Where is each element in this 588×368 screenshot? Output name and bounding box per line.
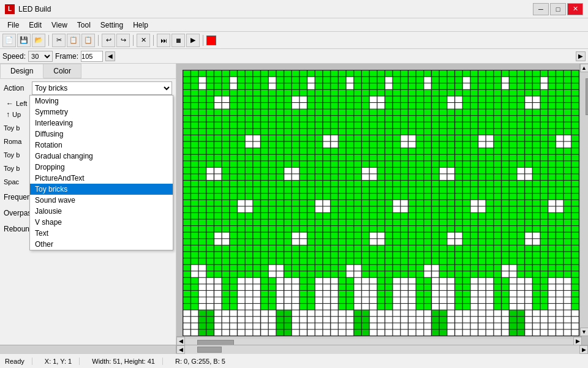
stop-button[interactable]: ⏹: [172, 34, 185, 47]
separator-1: [48, 35, 49, 46]
separator-5: [203, 35, 203, 46]
up-label: Up: [12, 111, 21, 118]
status-bar: Ready X: 1, Y: 1 Width: 51, Height: 41 R…: [0, 353, 588, 368]
led-canvas[interactable]: [183, 70, 579, 336]
delete-button[interactable]: ✕: [137, 34, 150, 47]
dropdown-item-vshape[interactable]: V shape: [30, 217, 173, 228]
separator-3: [133, 35, 134, 46]
paste-button[interactable]: 📋: [81, 34, 95, 47]
bottom-scroll-area: ◀ ▶: [0, 345, 588, 353]
dropdown-item-toybricks[interactable]: Toy bricks: [30, 184, 173, 195]
dropdown-item-moving[interactable]: Moving: [30, 96, 173, 107]
maximize-button[interactable]: □: [550, 3, 566, 15]
separator-2: [98, 35, 99, 46]
dropdown-overlay: Moving Symmetry Interleaving Diffusing R…: [29, 95, 173, 250]
menu-file[interactable]: File: [2, 20, 24, 31]
left-label: Left: [16, 100, 27, 107]
status-coords: X: 1, Y: 1: [45, 358, 80, 365]
bottom-scroll-track[interactable]: [185, 345, 579, 354]
bottom-scroll-thumb[interactable]: [197, 347, 222, 353]
open-button[interactable]: 📂: [32, 34, 45, 47]
dropdown-item-jalousie[interactable]: Jalousie: [30, 206, 173, 217]
bottom-right-scroll: ◀ ▶: [176, 345, 588, 353]
menu-bar: File Edit View Tool Setting Help: [0, 18, 588, 32]
toolbar: 📄 💾 📂 ✂ 📋 📋 ↩ ↪ ✕ ⏭ ⏹ ▶: [0, 32, 588, 49]
canvas-area: ▲ ▼ ◀ ▶: [176, 64, 588, 345]
bottom-scroll-right-btn[interactable]: ▶: [579, 345, 588, 354]
scroll-left-button[interactable]: ◀: [176, 337, 185, 345]
status-ready: Ready: [5, 358, 32, 365]
dropdown-item-interleaving[interactable]: Interleaving: [30, 118, 173, 129]
frame-label: Frame:: [55, 52, 78, 61]
close-button[interactable]: ✕: [567, 3, 583, 15]
action-row: Action Toy bricks Moving Symmetry Interl…: [0, 79, 176, 97]
dropdown-item-symmetry[interactable]: Symmetry: [30, 107, 173, 118]
separator-4: [153, 35, 154, 46]
prev-frame-button[interactable]: ◀: [105, 51, 115, 61]
redo-button[interactable]: ↪: [116, 34, 130, 47]
speed-bar: Speed: 30 Frame: ◀ ▶: [0, 49, 588, 64]
action-select[interactable]: Toy bricks: [32, 81, 172, 95]
speed-label: Speed:: [2, 52, 26, 61]
vertical-scrollbar[interactable]: ▲ ▼: [579, 64, 588, 336]
speed-select[interactable]: 30: [28, 51, 53, 62]
app-icon: L: [5, 4, 15, 14]
tabs: Design Color: [0, 64, 176, 79]
save-button[interactable]: 💾: [17, 34, 31, 47]
dropdown-item-gradual[interactable]: Gradual changing: [30, 151, 173, 162]
led-display: [183, 70, 579, 336]
dropdown-item-other[interactable]: Other: [30, 239, 173, 250]
window-controls: ─ □ ✕: [533, 3, 583, 15]
cut-button[interactable]: ✂: [52, 34, 66, 47]
h-scroll-track[interactable]: [185, 339, 573, 345]
scroll-up-button[interactable]: ▲: [580, 64, 589, 72]
dropdown-item-pictureandtext[interactable]: PictureAndText: [30, 173, 173, 184]
left-panel: Design Color Action Toy bricks Moving Sy…: [0, 64, 176, 345]
dropdown-item-dropping[interactable]: Dropping: [30, 162, 173, 173]
scroll-right-button[interactable]: ▶: [573, 337, 582, 345]
dropdown-item-rotation[interactable]: Rotation: [30, 140, 173, 151]
dropdown-item-soundwave[interactable]: Sound wave: [30, 195, 173, 206]
up-arrow-icon: ↑: [6, 110, 10, 119]
menu-setting[interactable]: Setting: [96, 20, 128, 31]
h-scroll-thumb[interactable]: [197, 340, 234, 345]
menu-edit[interactable]: Edit: [24, 20, 47, 31]
tab-design[interactable]: Design: [0, 64, 43, 78]
status-size: Width: 51, Height: 41: [92, 358, 163, 365]
title-bar: L LED Build ─ □ ✕: [0, 0, 588, 18]
dropdown-item-text[interactable]: Text: [30, 228, 173, 239]
v-scroll-thumb[interactable]: [586, 78, 589, 115]
fast-forward-button[interactable]: ⏭: [157, 34, 170, 47]
app-title: LED Build: [18, 5, 533, 13]
menu-tool[interactable]: Tool: [72, 20, 96, 31]
play-button[interactable]: ▶: [186, 34, 200, 47]
bottom-left-scroll: [0, 345, 176, 353]
menu-view[interactable]: View: [47, 20, 72, 31]
tab-color[interactable]: Color: [43, 64, 81, 78]
dropdown-item-diffusing[interactable]: Diffusing: [30, 129, 173, 140]
left-arrow-icon: ←: [6, 99, 13, 108]
next-frame-button[interactable]: ▶: [576, 51, 586, 61]
status-color: R: 0, G:255, B: 5: [175, 358, 225, 365]
new-button[interactable]: 📄: [2, 34, 16, 47]
menu-help[interactable]: Help: [128, 20, 153, 31]
bottom-scroll-left-btn[interactable]: ◀: [176, 345, 185, 354]
color-indicator: [206, 36, 216, 45]
scroll-down-button[interactable]: ▼: [580, 328, 589, 336]
undo-button[interactable]: ↩: [102, 34, 115, 47]
minimize-button[interactable]: ─: [533, 3, 549, 15]
horizontal-scrollbar[interactable]: ◀ ▶: [176, 336, 582, 345]
action-label: Action: [4, 84, 29, 92]
frame-input[interactable]: [81, 51, 103, 62]
copy-button[interactable]: 📋: [67, 34, 80, 47]
